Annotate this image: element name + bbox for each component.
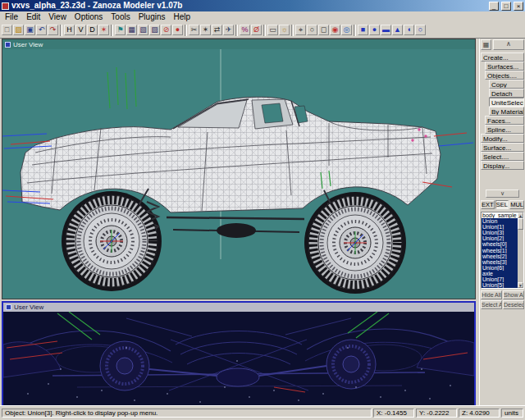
object-list-item[interactable]: body_sample	[482, 212, 518, 218]
export-icon[interactable]: ↷	[48, 25, 58, 35]
scroll-down-icon[interactable]: ▼	[518, 282, 523, 288]
viewport-icon[interactable]	[5, 42, 11, 48]
object-list-item[interactable]: Union[6]	[482, 265, 518, 271]
panel-item-faces[interactable]: Faces...	[485, 116, 524, 125]
panel-item-detach[interactable]: Detach	[489, 89, 524, 98]
panel-window-icon[interactable]: ▦	[481, 39, 491, 50]
sphere-view-icon[interactable]: ○	[307, 25, 317, 35]
axes-toggle-icon[interactable]: ✶	[98, 25, 109, 35]
z-lock-icon[interactable]: Ø	[251, 25, 262, 35]
panel-item-select[interactable]: Select....	[481, 152, 524, 161]
dual-view-button[interactable]: D	[87, 25, 98, 35]
panel-item-objects[interactable]: Objects....	[485, 71, 524, 80]
bottom-viewport-header: User View	[3, 303, 474, 312]
object-list-scrollbar[interactable]: ▲ ▼	[518, 212, 523, 288]
viewport-icon[interactable]	[6, 304, 11, 310]
sel-mode-button[interactable]: SEL	[495, 200, 509, 209]
select-all-button[interactable]: Select All	[481, 300, 502, 309]
flag-icon[interactable]: ⚑	[115, 25, 126, 35]
mul-mode-button[interactable]: MUL	[509, 200, 524, 209]
main-viewport-canvas[interactable]	[2, 49, 475, 299]
panel-item-by-material[interactable]: By Material....	[489, 107, 524, 116]
work-area: User View	[0, 39, 525, 405]
ext-mode-button[interactable]: EXT	[481, 200, 495, 209]
bottom-viewport: User View	[2, 301, 476, 409]
deselect-button[interactable]: Deselect	[503, 300, 524, 309]
collapse-down-button[interactable]: ∨	[486, 189, 519, 198]
scroll-up-icon[interactable]: ▲	[518, 212, 523, 218]
shaded-mode-icon[interactable]: ▧	[138, 25, 148, 35]
panel-item-copy[interactable]: Copy	[489, 80, 524, 89]
primitive-sphere-icon[interactable]: ●	[369, 25, 380, 35]
hide-all-button[interactable]: Hide All	[481, 290, 502, 299]
status-message: Object: Union[3]. Right-click to display…	[2, 409, 372, 418]
menu-edit[interactable]: Edit	[22, 11, 44, 22]
show-all-button[interactable]: Show All	[503, 290, 524, 299]
zoom-icon[interactable]: ⌖	[295, 25, 306, 35]
object-list-item[interactable]: Union[7]	[482, 276, 518, 282]
vertical-view-button[interactable]: V	[75, 25, 86, 35]
scrollbar-thumb[interactable]	[518, 218, 523, 230]
object-list-item[interactable]: wheels[0]	[482, 241, 518, 247]
import-icon[interactable]: ↶	[36, 25, 47, 35]
object-list-item[interactable]: Union[5]	[482, 282, 518, 288]
plane-tool-icon[interactable]: ✈	[223, 25, 234, 35]
panel-item-surfaces[interactable]: Surfaces...	[485, 62, 524, 71]
toolbar: □▨▣↶↷HVD✶⚑▦▧▨⊘●✂✶⇄✈%Ø▭☼⌖○◻◉◎■●▬▲◖○	[0, 22, 525, 39]
earth-icon[interactable]: ◎	[341, 25, 352, 35]
object-list-item[interactable]: Union[3]	[482, 230, 518, 235]
object-list-item[interactable]: Union[1]	[482, 224, 518, 230]
maximize-button[interactable]: □	[501, 2, 511, 11]
horizontal-view-button[interactable]: H	[64, 25, 75, 35]
star-tool-icon[interactable]: ✶	[200, 25, 211, 35]
textured-mode-icon[interactable]: ▨	[149, 25, 160, 35]
panel-item-display[interactable]: Display...	[481, 161, 524, 170]
rect-select-icon[interactable]: ▭	[267, 25, 278, 35]
box-view-icon[interactable]: ◻	[318, 25, 329, 35]
primitive-torus-icon[interactable]: ◖	[404, 25, 414, 35]
bottom-viewport-canvas[interactable]	[3, 312, 474, 408]
object-list-item[interactable]: wheels[1]	[482, 248, 518, 253]
panel-menu: Create...Surfaces...Objects....CopyDetac…	[481, 52, 524, 170]
menu-tools[interactable]: Tools	[107, 11, 134, 22]
primitive-cone-icon[interactable]: ▲	[392, 25, 403, 35]
mirror-arrows-icon[interactable]: ⇄	[212, 25, 222, 35]
save-icon[interactable]: ▣	[25, 25, 35, 35]
wireframe-mode-icon[interactable]: ▦	[126, 25, 137, 35]
menu-file[interactable]: File	[1, 11, 22, 22]
menu-plugins[interactable]: Plugins	[135, 11, 170, 22]
material-sphere-icon[interactable]: ●	[172, 25, 183, 35]
target-view-icon[interactable]: ◉	[330, 25, 340, 35]
panel-item-surface[interactable]: Surface...	[481, 143, 524, 152]
viewport-column: User View	[0, 39, 479, 405]
panel-item-spline[interactable]: Spline...	[485, 125, 524, 134]
toolbar-icon	[235, 25, 238, 36]
close-button[interactable]: ×	[514, 2, 523, 11]
menu-options[interactable]: Options	[71, 11, 107, 22]
object-list-item[interactable]: axle	[482, 271, 518, 276]
sun-icon[interactable]: ☼	[279, 25, 290, 35]
object-list-item[interactable]: wheels[2]	[482, 253, 518, 259]
panel-item-create[interactable]: Create...	[481, 52, 524, 62]
open-file-icon[interactable]: ▨	[13, 25, 24, 35]
app-icon	[2, 2, 9, 10]
disable-render-icon[interactable]: ⊘	[161, 25, 171, 35]
minimize-button[interactable]: _	[489, 2, 499, 11]
object-list-item[interactable]: Union	[482, 218, 518, 224]
new-file-icon[interactable]: □	[2, 25, 12, 35]
panel-item-modify[interactable]: Modify...	[481, 134, 524, 143]
object-list-item[interactable]: Union[2]	[482, 235, 518, 241]
main-viewport-header: User View	[2, 39, 475, 49]
primitive-ring-icon[interactable]: ○	[415, 25, 426, 35]
scissors-icon[interactable]: ✂	[189, 25, 199, 35]
window-title: vxvs_alpha_23.z3d - Zanoza Modeler v1.07…	[11, 0, 486, 11]
menu-help[interactable]: Help	[170, 11, 195, 22]
status-x-coordinate: X: -0.1455	[373, 409, 414, 418]
percent-tool-icon[interactable]: %	[240, 25, 250, 35]
primitive-cube-icon[interactable]: ■	[358, 25, 368, 35]
collapse-up-button[interactable]: ∧	[493, 39, 524, 50]
primitive-cylinder-icon[interactable]: ▬	[381, 25, 391, 35]
panel-item-uniteselect[interactable]: UniteSelect	[489, 98, 524, 107]
menu-view[interactable]: View	[44, 11, 71, 22]
object-list-item[interactable]: wheels[3]	[482, 259, 518, 265]
